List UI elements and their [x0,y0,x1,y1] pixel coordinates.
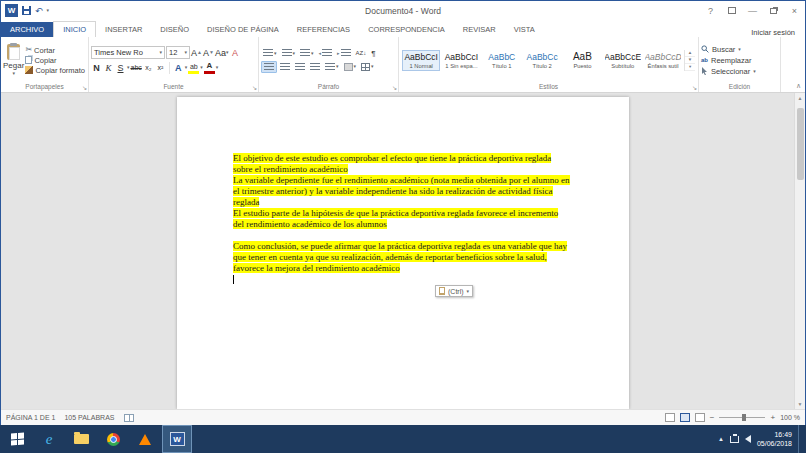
scroll-down-button[interactable]: ▼ [798,400,803,408]
text-effects-button[interactable]: A [173,61,184,74]
portapapeles-dialog-launcher[interactable]: ↘ [82,85,87,91]
style-subtitulo[interactable]: AaBbCcE Subtítulo [604,50,642,71]
document-page[interactable]: El objetivo de este estudio es comprobar… [177,97,629,409]
style-puesto[interactable]: AaB Puesto [563,50,601,71]
align-right-button[interactable] [293,62,307,72]
shading-button[interactable]: ▾ [342,62,359,72]
scroll-up-button[interactable]: ▲ [798,94,803,102]
style-enfasis-sutil[interactable]: AaBbCcD Énfasis sutil [644,50,682,71]
zoom-slider[interactable] [719,417,765,418]
justify-button[interactable] [308,62,322,72]
paste-options-button[interactable]: (Ctrl) ▾ [435,285,473,297]
paste-button[interactable]: Pegar ▾ [3,42,24,78]
taskbar-chrome[interactable] [98,425,128,453]
tab-diseno-de-pagina[interactable]: DISEÑO DE PÁGINA [198,22,288,37]
tab-diseno[interactable]: DISEÑO [151,22,198,37]
clear-formatting-button[interactable]: A [230,46,241,59]
save-button[interactable] [22,4,31,18]
zoom-in-button[interactable]: + [770,413,775,422]
qat-customize-button[interactable]: ▾ [47,4,50,18]
zoom-level[interactable]: 100 % [780,414,800,421]
borders-button[interactable]: ▾ [359,62,376,72]
font-size-combo[interactable]: 12 ▾ [166,46,190,59]
sort-button[interactable]: AZ↓ [354,49,369,57]
close-button[interactable]: × [784,1,805,20]
spellcheck-icon[interactable] [124,414,134,422]
tray-expand-button[interactable]: ▲ [718,436,724,442]
document-paragraph[interactable]: El estudio parte de la hipótesis de que … [233,208,571,230]
start-button[interactable] [2,425,32,453]
cut-button[interactable]: ✂ Cortar [24,46,86,55]
taskbar-vlc[interactable] [130,425,160,453]
grow-font-button[interactable]: A▲ [191,46,202,59]
style-titulo-1[interactable]: AaBbC Título 1 [483,50,521,71]
taskbar-internet-explorer[interactable]: e [34,425,64,453]
superscript-button[interactable]: x² [155,61,166,74]
minimize-button[interactable]: — [742,1,763,20]
document-paragraph[interactable] [233,230,571,241]
change-case-button[interactable]: Aa▾ [215,46,229,59]
show-desktop-button[interactable] [798,425,803,453]
undo-button[interactable]: ↶ [35,4,43,18]
styles-scroll-down-button[interactable]: ▼ [685,57,695,64]
find-button[interactable]: Buscar ▾ [701,45,756,54]
style-sin-espaciado[interactable]: AaBbCcI 1 Sin espa... [442,50,480,71]
tab-vista[interactable]: VISTA [505,22,544,37]
font-name-combo[interactable]: Times New Ro ▾ [91,46,165,59]
read-mode-button[interactable] [665,413,675,422]
print-layout-button[interactable] [680,413,690,422]
multilevel-list-button[interactable]: ▾ [298,48,316,58]
decrease-indent-button[interactable]: ◂ [317,48,335,58]
zoom-out-button[interactable]: − [710,413,715,422]
style-titulo-2[interactable]: AaBbCc Título 2 [523,50,561,71]
strikethrough-button[interactable]: abc [131,61,142,74]
restore-button[interactable] [763,1,784,20]
page-indicator[interactable]: PÁGINA 1 DE 1 [6,414,55,421]
estilos-dialog-launcher[interactable]: ↘ [692,85,697,91]
document-paragraph[interactable]: La variable dependiente fue el rendimien… [233,175,571,208]
word-count[interactable]: 105 PALABRAS [64,414,114,421]
italic-button[interactable]: K [103,61,114,74]
styles-scroll-up-button[interactable]: ▲ [685,50,695,57]
network-icon[interactable] [730,436,739,443]
web-layout-button[interactable] [695,413,705,422]
collapse-ribbon-button[interactable]: ∧ [796,82,801,90]
text-highlight-button[interactable]: ab [188,61,199,74]
increase-indent-button[interactable]: ▸ [335,48,353,58]
vertical-scrollbar[interactable]: ▲ ▼ [794,93,805,409]
line-spacing-button[interactable]: ▾ [323,62,341,72]
ribbon-display-options-button[interactable] [721,1,742,20]
scroll-thumb[interactable] [797,108,804,180]
tab-revisar[interactable]: REVISAR [454,22,505,37]
scroll-track[interactable] [795,102,805,400]
format-painter-button[interactable]: Copiar formato [24,66,86,75]
tab-insertar[interactable]: INSERTAR [96,22,151,37]
zoom-slider-thumb[interactable] [742,414,746,421]
bold-button[interactable]: N [91,61,102,74]
bullets-button[interactable]: ▾ [261,48,279,58]
tab-archivo[interactable]: ARCHIVO [1,22,53,37]
volume-icon[interactable] [745,435,751,443]
help-button[interactable]: ? [700,1,721,20]
styles-more-button[interactable]: ▾ [685,64,695,71]
tab-inicio[interactable]: INICIO [53,21,96,38]
tab-referencias[interactable]: REFERENCIAS [288,22,359,37]
underline-button[interactable]: S [115,61,126,74]
taskbar-clock[interactable]: 16:49 05/06/2018 [757,430,792,448]
shrink-font-button[interactable]: A▼ [203,46,214,59]
tab-correspondencia[interactable]: CORRESPONDENCIA [359,22,454,37]
align-left-button[interactable] [261,61,277,73]
select-button[interactable]: Seleccionar ▾ [701,67,756,76]
document-paragraph[interactable]: El objetivo de este estudio es comprobar… [233,153,571,175]
parrafo-dialog-launcher[interactable]: ↘ [392,85,397,91]
align-center-button[interactable] [278,62,292,72]
taskbar-file-explorer[interactable] [66,425,96,453]
word-app-icon[interactable]: W [5,4,18,17]
document-paragraph[interactable]: Como conclusión, se puede afirmar que la… [233,241,571,274]
sign-in-link[interactable]: Iniciar sesión [751,28,805,37]
taskbar-word-active[interactable]: W [162,425,192,453]
subscript-button[interactable]: x₂ [143,61,154,74]
numbering-button[interactable]: ▾ [280,48,298,58]
font-color-button[interactable]: A [204,61,215,74]
replace-button[interactable]: ab Reemplazar [701,56,756,65]
